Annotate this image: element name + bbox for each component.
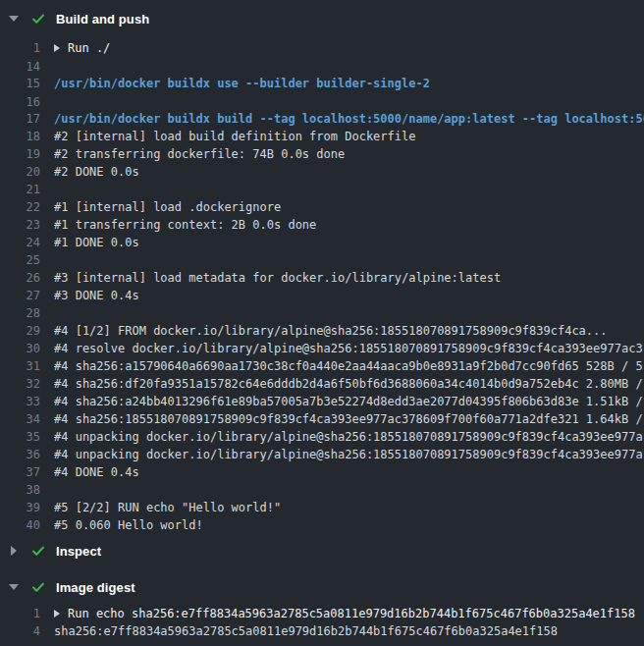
log-line: 39#5 [2/2] RUN echo "Hello world!" — [0, 499, 644, 516]
line-number[interactable]: 32 — [0, 375, 40, 393]
log-line: 14Using builder instance builder-single-… — [0, 58, 13, 71]
line-content: #3 [internal] load metadata for docker.i… — [54, 269, 644, 287]
line-content: #4 resolve docker.io/library/alpine@sha2… — [54, 340, 644, 357]
expand-group-icon — [54, 44, 60, 52]
section-header-digest[interactable]: Image digest — [0, 576, 644, 598]
line-number[interactable]: 36 — [0, 446, 40, 463]
line-text: #4 sha256:a15790640a6690aa1730c38cf0a440… — [54, 357, 643, 375]
section-header-build[interactable]: Build and push — [0, 8, 644, 29]
line-content: #1 [internal] load .dockerignore — [54, 198, 644, 216]
line-content: #4 DONE 0.4s — [54, 463, 644, 481]
line-content[interactable]: Run echo sha256:e7ff8834a5963a2785c5a081… — [54, 605, 644, 622]
line-number[interactable]: 27 — [0, 287, 40, 304]
log-line: 21 — [0, 181, 644, 198]
log-line: 19#2 transferring dockerfile: 74B 0.0s d… — [0, 145, 644, 163]
line-text: #3 [internal] load metadata for docker.i… — [54, 269, 501, 287]
log-lines: 1Run ./14Using builder instance builder-… — [0, 39, 644, 534]
line-content: #4 unpacking docker.io/library/alpine@sh… — [54, 428, 644, 446]
line-number[interactable]: 33 — [0, 393, 40, 410]
log-line: 32#4 sha256:df20fa9351a15782c64e6dddb2d4… — [0, 375, 644, 393]
line-content: #3 DONE 0.4s — [54, 287, 644, 304]
line-content: #5 [2/2] RUN echo "Hello world!" — [54, 499, 644, 516]
line-text: /usr/bin/docker buildx use --builder bui… — [54, 75, 430, 92]
line-content: #2 DONE 0.0s — [54, 163, 644, 181]
line-content: #5 0.060 Hello world! — [54, 516, 644, 534]
line-number[interactable]: 4 — [0, 622, 40, 640]
line-content: #4 [1/2] FROM docker.io/library/alpine@s… — [54, 322, 644, 340]
log-line: 33#4 sha256:a24bb4013296f61e89ba57005a7b… — [0, 393, 644, 410]
line-text: #5 0.060 Hello world! — [54, 516, 203, 534]
line-number[interactable]: 17 — [0, 110, 40, 128]
line-text: #4 DONE 0.4s — [54, 463, 139, 481]
line-number[interactable]: 38 — [0, 481, 40, 499]
check-success-icon — [30, 11, 46, 27]
line-text: #4 sha256:185518070891758909c9f839cf4ca3… — [54, 410, 643, 428]
line-number[interactable]: 14 — [0, 58, 40, 71]
log-line: 38 — [0, 481, 644, 499]
line-number[interactable]: 24 — [0, 234, 40, 251]
line-number[interactable]: 15 — [0, 75, 40, 92]
section-title: Image digest — [56, 580, 135, 595]
line-number[interactable]: 28 — [0, 304, 40, 322]
log-line: 36#4 unpacking docker.io/library/alpine@… — [0, 446, 644, 463]
line-content: #4 sha256:df20fa9351a15782c64e6dddb2d4a6… — [54, 375, 644, 393]
line-text: sha256:e7ff8834a5963a2785c5a0811e979d16b… — [54, 622, 558, 640]
line-number[interactable]: 29 — [0, 322, 40, 340]
line-content: #1 DONE 0.0s — [54, 234, 644, 251]
line-content: /usr/bin/docker buildx build --tag local… — [54, 110, 644, 128]
line-number[interactable]: 22 — [0, 198, 40, 216]
log-line: 24#1 DONE 0.0s — [0, 234, 644, 251]
line-number[interactable]: 31 — [0, 357, 40, 375]
line-content: #4 sha256:a24bb4013296f61e89ba57005a7b3e… — [54, 393, 644, 410]
chevron-down-icon — [9, 16, 19, 22]
line-number[interactable]: 16 — [0, 93, 40, 106]
line-text: Run ./ — [68, 39, 110, 57]
line-number[interactable]: 23 — [0, 216, 40, 234]
line-text: #1 [internal] load .dockerignore — [54, 198, 281, 216]
line-text: #3 DONE 0.4s — [54, 287, 139, 304]
line-number[interactable]: 39 — [0, 499, 40, 516]
line-number[interactable]: 35 — [0, 428, 40, 446]
check-success-icon — [30, 579, 46, 595]
line-number[interactable]: 30 — [0, 340, 40, 357]
log-line: 28 — [0, 304, 644, 322]
line-content: #4 unpacking docker.io/library/alpine@sh… — [54, 446, 644, 463]
line-number[interactable]: 20 — [0, 163, 40, 181]
section-digest: Image digest1Run echo sha256:e7ff8834a59… — [0, 576, 644, 640]
log-line: 4sha256:e7ff8834a5963a2785c5a0811e979d16… — [0, 622, 644, 640]
line-text: #4 unpacking docker.io/library/alpine@sh… — [54, 446, 643, 463]
line-number[interactable]: 18 — [0, 128, 40, 145]
line-text: #2 transferring dockerfile: 74B 0.0s don… — [54, 145, 345, 163]
line-number[interactable]: 1 — [0, 39, 40, 57]
line-number[interactable]: 34 — [0, 410, 40, 428]
log-line: 15/usr/bin/docker buildx use --builder b… — [0, 75, 644, 92]
line-number[interactable]: 25 — [0, 251, 40, 269]
log-line: 34#4 sha256:185518070891758909c9f839cf4c… — [0, 410, 644, 428]
log-line: 26#3 [internal] load metadata for docker… — [0, 269, 644, 287]
expand-group-icon — [54, 610, 60, 618]
line-text: #2 DONE 0.0s — [54, 163, 139, 181]
line-number[interactable]: 19 — [0, 145, 40, 163]
log-line: 27#3 DONE 0.4s — [0, 287, 644, 304]
log-line: 30#4 resolve docker.io/library/alpine@sh… — [0, 340, 644, 357]
section-inspect: Inspect — [0, 540, 644, 562]
line-number[interactable]: 1 — [0, 605, 40, 622]
log-line: 29#4 [1/2] FROM docker.io/library/alpine… — [0, 322, 644, 340]
log-line: 23#1 transferring context: 2B 0.0s done — [0, 216, 644, 234]
section-title: Inspect — [56, 544, 101, 559]
line-content: #2 transferring dockerfile: 74B 0.0s don… — [54, 145, 644, 163]
log-line: 1Run echo sha256:e7ff8834a5963a2785c5a08… — [0, 605, 644, 622]
line-number[interactable]: 21 — [0, 181, 40, 198]
line-content: /usr/bin/docker buildx use --builder bui… — [54, 75, 644, 92]
line-number[interactable]: 37 — [0, 463, 40, 481]
line-number[interactable]: 26 — [0, 269, 40, 287]
section-header-inspect[interactable]: Inspect — [0, 540, 644, 562]
line-text: #4 sha256:df20fa9351a15782c64e6dddb2d4a6… — [54, 375, 643, 393]
line-content[interactable]: Run ./ — [54, 39, 644, 57]
line-number[interactable]: 40 — [0, 516, 40, 534]
section-title: Build and push — [56, 12, 149, 27]
log-line: 22#1 [internal] load .dockerignore — [0, 198, 644, 216]
line-text: /usr/bin/docker buildx build --tag local… — [54, 110, 644, 128]
line-content — [54, 304, 644, 322]
line-text: #1 transferring context: 2B 0.0s done — [54, 216, 316, 234]
